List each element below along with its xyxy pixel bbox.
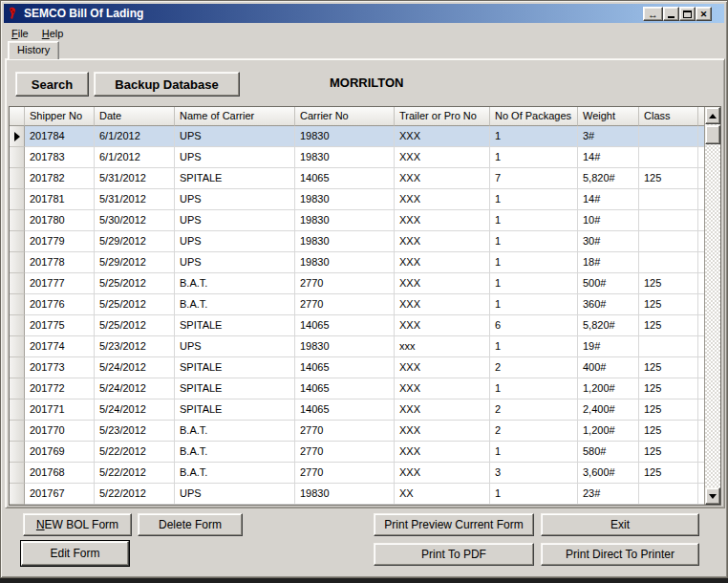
row-selector[interactable] <box>10 126 25 147</box>
column-header[interactable]: Date <box>95 107 175 126</box>
column-header[interactable]: Class <box>639 107 698 126</box>
cell: 201784 <box>25 126 95 147</box>
row-selector[interactable] <box>10 484 25 505</box>
table-row[interactable]: 2017795/29/2012UPS19830XXX130# <box>10 231 704 252</box>
cell: XXX <box>395 273 490 294</box>
cell: 2 <box>490 399 578 421</box>
table-row[interactable]: 2017765/25/2012B.A.T.2770XXX1360#125 <box>10 294 704 315</box>
table-row[interactable]: 2017775/25/2012B.A.T.2770XXX1500#125 <box>10 273 704 294</box>
new-bol-form-button[interactable]: NEW BOL Form <box>23 513 132 536</box>
row-selector[interactable] <box>10 442 25 463</box>
row-selector[interactable] <box>10 357 25 378</box>
cell: XXX <box>395 252 490 273</box>
minimize-button[interactable] <box>663 7 679 21</box>
search-button[interactable]: Search <box>15 72 89 97</box>
cell: 2 <box>490 421 578 442</box>
cell: 19830 <box>295 189 395 210</box>
row-selector[interactable] <box>10 231 25 252</box>
cell: 5,820# <box>578 168 639 189</box>
column-header[interactable]: Carrier No <box>295 107 395 126</box>
row-selector[interactable] <box>10 210 25 231</box>
table-row[interactable]: 2017715/24/2012SPITALE14065XXX22,400#125 <box>10 399 704 421</box>
table-row[interactable]: 2017815/31/2012UPS19830XXX114# <box>10 189 704 210</box>
tab-history[interactable]: History <box>8 41 59 59</box>
table-row[interactable]: 2017695/22/2012B.A.T.2770XXX1580#125 <box>10 442 704 463</box>
cell: 14065 <box>295 399 395 421</box>
column-header[interactable]: No Of Packages <box>490 107 578 126</box>
vertical-scrollbar[interactable] <box>704 107 720 505</box>
cell: 1 <box>490 273 578 294</box>
cell: 1 <box>490 126 578 147</box>
cell: 5/25/2012 <box>95 273 175 294</box>
table-row[interactable]: 2017745/23/2012UPS19830xxx119# <box>10 336 704 357</box>
table-row[interactable]: 2017725/24/2012SPITALE14065XXX11,200#125 <box>10 378 704 399</box>
print-to-pdf-button[interactable]: Print To PDF <box>374 543 534 566</box>
scroll-down-button[interactable] <box>705 487 720 505</box>
table-row[interactable]: 2017805/30/2012UPS19830XXX110# <box>10 210 704 231</box>
table-row[interactable]: 2017755/25/2012SPITALE14065XXX65,820#125 <box>10 315 704 336</box>
column-header[interactable]: Trailer or Pro No <box>395 107 490 126</box>
row-selector[interactable] <box>10 273 25 294</box>
row-selector[interactable] <box>10 189 25 210</box>
print-preview-button[interactable]: Print Preview Current Form <box>374 513 534 536</box>
menu-item-help[interactable]: Help <box>35 27 71 40</box>
row-selector[interactable] <box>10 168 25 189</box>
close-button[interactable]: ✕ <box>696 7 712 21</box>
row-selector[interactable] <box>10 399 25 421</box>
scroll-up-button[interactable] <box>705 107 720 124</box>
cell: 30# <box>578 231 639 252</box>
table-row[interactable]: 2017685/22/2012B.A.T.2770XXX33,600#125 <box>10 463 704 484</box>
cell: 5/31/2012 <box>95 168 175 189</box>
column-header[interactable]: Shipper No <box>25 107 95 126</box>
table-row[interactable]: 2017836/1/2012UPS19830XXX114# <box>10 147 704 168</box>
table-row[interactable]: 2017675/22/2012UPS19830XX123# <box>10 484 704 505</box>
row-selector[interactable] <box>10 463 25 484</box>
table-row[interactable]: 2017735/24/2012SPITALE14065XXX2400#125 <box>10 357 704 378</box>
menu-item-file[interactable]: File <box>5 27 35 40</box>
cell: XXX <box>395 126 490 147</box>
close-icon: ✕ <box>700 10 708 19</box>
delete-form-button[interactable]: Delete Form <box>138 513 243 536</box>
cell: 201782 <box>25 168 95 189</box>
cell: 5/24/2012 <box>95 357 175 378</box>
row-selector[interactable] <box>10 378 25 399</box>
cell: B.A.T. <box>175 294 295 315</box>
cell: XXX <box>395 147 490 168</box>
cell: 19# <box>578 336 639 357</box>
table-row[interactable]: 2017705/23/2012B.A.T.2770XXX21,200#125 <box>10 421 704 442</box>
cell: XX <box>395 484 490 505</box>
cell: 5/25/2012 <box>95 294 175 315</box>
cell: XXX <box>395 231 490 252</box>
cell: 6 <box>490 315 578 336</box>
column-header[interactable]: Name of Carrier <box>175 107 295 126</box>
cell: 7 <box>490 168 578 189</box>
cell: 5/22/2012 <box>95 463 175 484</box>
cell: 19830 <box>295 336 395 357</box>
exit-button[interactable]: Exit <box>541 513 699 536</box>
column-header[interactable]: Weight <box>578 107 639 126</box>
row-selector[interactable] <box>10 421 25 442</box>
table-row[interactable]: 2017825/31/2012SPITALE14065XXX75,820#125 <box>10 168 704 189</box>
backup-database-button[interactable]: Backup Database <box>94 72 240 97</box>
row-selector[interactable] <box>10 336 25 357</box>
cell: UPS <box>175 126 295 147</box>
row-selector[interactable] <box>10 294 25 315</box>
cell: XXX <box>395 168 490 189</box>
table-row[interactable]: 2017785/29/2012UPS19830XXX118# <box>10 252 704 273</box>
resize-button[interactable]: ↔ <box>643 7 663 21</box>
row-selector[interactable] <box>10 315 25 336</box>
tab-label: History <box>17 44 50 55</box>
row-selector[interactable] <box>10 147 25 168</box>
data-grid: Shipper NoDateName of CarrierCarrier NoT… <box>9 106 721 506</box>
print-direct-button[interactable]: Print Direct To Printer <box>541 543 699 566</box>
edit-form-button[interactable]: Edit Form <box>21 541 129 566</box>
titlebar[interactable]: SEMCO Bill Of Lading ↔ ✕ <box>4 4 724 23</box>
cell: 5/22/2012 <box>95 484 175 505</box>
row-selector[interactable] <box>10 252 25 273</box>
selected-row-arrow-icon <box>14 132 20 141</box>
maximize-button[interactable] <box>679 7 696 21</box>
table-row[interactable]: 2017846/1/2012UPS19830XXX13# <box>10 126 704 147</box>
cell: 5/29/2012 <box>95 231 175 252</box>
scrollbar-thumb[interactable] <box>705 125 720 144</box>
cell: 19830 <box>295 252 395 273</box>
